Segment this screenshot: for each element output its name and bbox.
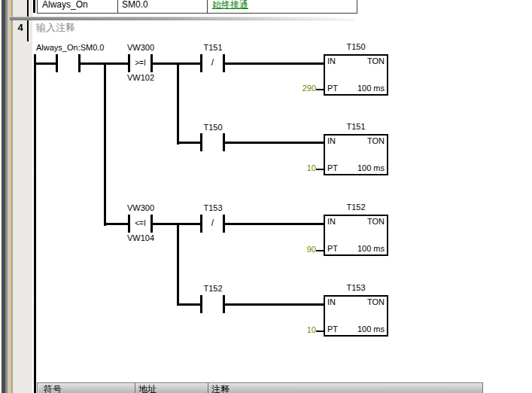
compare-operator: <=I — [130, 218, 150, 229]
column-divider — [207, 0, 208, 13]
no-contact-always-on[interactable] — [56, 54, 81, 72]
pt-value-90[interactable]: 90 — [290, 245, 316, 254]
timer-type: TON — [367, 297, 385, 307]
timer-time-base: 100 ms — [357, 244, 385, 254]
contact-bar — [56, 54, 58, 72]
timer-pt-pin: PT — [327, 84, 338, 93]
network-gutter[interactable] — [13, 0, 32, 393]
timer-name-t153[interactable]: T153 — [324, 283, 388, 293]
comment-cell[interactable]: 始终接通 — [212, 0, 248, 11]
timer-box-t151[interactable]: IN TON PT 100 ms — [324, 134, 388, 175]
power-rail — [34, 54, 36, 393]
compare-bottom-operand[interactable]: VW104 — [121, 233, 160, 243]
branch-wire-1 — [104, 62, 106, 226]
symbol-table-row[interactable]: Always_On SM0.0 始终接通 — [37, 0, 357, 14]
contact-label-t152[interactable]: T152 — [193, 284, 233, 294]
timer-pt-pin: PT — [327, 244, 338, 254]
timer-in-pin: IN — [327, 297, 336, 307]
network-selection-edge — [27, 0, 29, 41]
compare-bottom-operand[interactable]: VW102 — [121, 73, 160, 83]
nc-slash: / — [202, 57, 223, 68]
no-contact-t152[interactable] — [200, 295, 225, 313]
column-divider[interactable] — [208, 383, 208, 393]
timer-pt-pin: PT — [327, 163, 338, 173]
pt-tick — [316, 331, 324, 332]
wire — [36, 62, 56, 65]
nc-contact-t153[interactable]: / — [200, 215, 225, 233]
branch-wire-3 — [177, 223, 179, 306]
column-divider[interactable] — [135, 383, 135, 393]
compare-contact-leq[interactable]: <=I — [128, 215, 153, 233]
network-number[interactable]: 4 — [14, 22, 27, 33]
timer-in-pin: IN — [327, 56, 336, 66]
timer-name-t151[interactable]: T151 — [324, 122, 388, 132]
compare-operator: >=I — [130, 58, 150, 69]
pt-value-10[interactable]: 10 — [290, 325, 316, 335]
wire — [225, 62, 324, 65]
timer-time-base: 100 ms — [357, 163, 385, 173]
timer-in-pin: IN — [327, 136, 336, 146]
column-divider — [117, 0, 118, 13]
header-comment-column[interactable]: 注释 — [211, 384, 230, 393]
nc-contact-t151[interactable]: / — [200, 54, 225, 72]
symbol-cell[interactable]: Always_On — [42, 0, 88, 11]
no-contact-t150[interactable] — [200, 133, 225, 151]
pt-value-10[interactable]: 10 — [290, 163, 316, 173]
nc-contact-label-t153[interactable]: T153 — [193, 203, 233, 213]
timer-type: TON — [367, 56, 385, 66]
pt-tick — [316, 169, 324, 170]
contact-label-always-on[interactable]: Always_On:SM0.0 — [36, 43, 104, 53]
timer-time-base: 100 ms — [357, 324, 385, 334]
contact-bar — [200, 133, 202, 151]
header-symbol-column[interactable]: 符号 — [44, 384, 62, 393]
network-separator — [10, 17, 354, 20]
timer-name-t152[interactable]: T152 — [324, 203, 388, 212]
wire — [105, 223, 128, 225]
wire — [177, 303, 200, 306]
pt-tick — [316, 89, 324, 90]
network-title[interactable]: 输入注释 — [36, 22, 75, 33]
pt-tick — [316, 250, 324, 251]
header-address-column[interactable]: 地址 — [138, 384, 157, 393]
ladder-editor-window: Always_On SM0.0 始终接通 4 输入注释 Always_On:SM… — [0, 0, 532, 393]
timer-box-t153[interactable]: IN TON PT 100 ms — [324, 295, 388, 337]
timer-name-t150[interactable]: T150 — [324, 42, 388, 52]
nc-slash: / — [202, 218, 223, 228]
wire — [225, 142, 324, 144]
nc-contact-label-t151[interactable]: T151 — [193, 43, 233, 53]
wire — [225, 223, 324, 225]
timer-pt-pin: PT — [327, 324, 338, 334]
pt-value-290[interactable]: 290 — [290, 84, 316, 93]
symbol-table-header: 符号 地址 注释 — [37, 382, 483, 393]
timer-type: TON — [367, 136, 385, 146]
power-rail-top — [33, 0, 35, 13]
address-cell[interactable]: SM0.0 — [122, 0, 148, 11]
contact-bar — [200, 295, 202, 313]
timer-time-base: 100 ms — [357, 84, 385, 93]
timer-type: TON — [367, 217, 385, 227]
compare-top-operand[interactable]: VW300 — [121, 43, 160, 53]
timer-in-pin: IN — [327, 217, 336, 227]
branch-wire-2 — [177, 62, 179, 145]
wire — [225, 303, 324, 306]
compare-top-operand[interactable]: VW300 — [121, 203, 160, 213]
compare-contact-geq[interactable]: >=I — [128, 54, 153, 72]
contact-label-t150[interactable]: T150 — [193, 123, 233, 133]
wire — [177, 142, 200, 144]
timer-box-t152[interactable]: IN TON PT 100 ms — [324, 215, 388, 256]
timer-box-t150[interactable]: IN TON PT 100 ms — [324, 54, 388, 96]
